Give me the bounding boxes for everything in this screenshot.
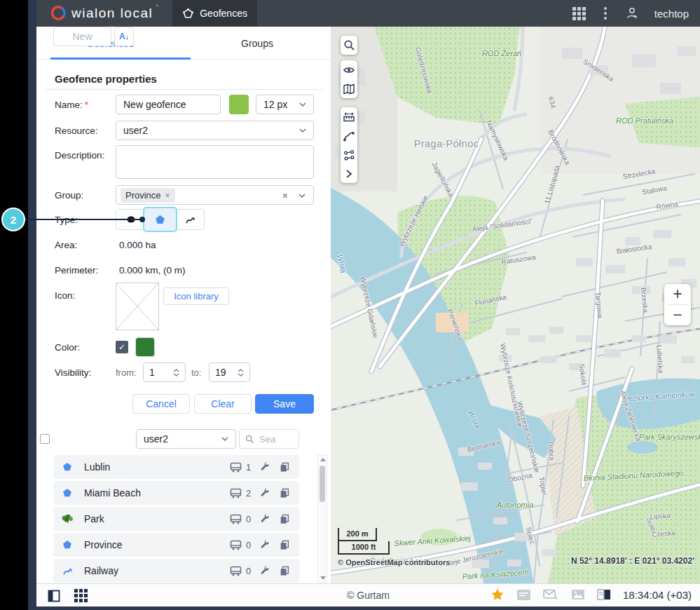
apps-grid-icon[interactable] [572, 7, 586, 20]
sort-button[interactable]: A↓ [114, 27, 134, 46]
nodes-button[interactable] [341, 145, 357, 164]
color-checkbox[interactable]: ✓ [116, 341, 128, 353]
edit-wrench-icon[interactable] [260, 488, 270, 498]
visibility-to-stepper[interactable]: 19 [209, 362, 250, 382]
copy-icon[interactable] [280, 514, 289, 524]
edit-wrench-icon[interactable] [260, 566, 270, 576]
copy-icon[interactable] [280, 462, 289, 472]
zoom-out-button[interactable]: − [664, 305, 691, 325]
type-polygon-button-selected[interactable] [143, 207, 177, 232]
copy-icon[interactable] [280, 488, 289, 498]
resource-label: Resource: [55, 126, 98, 136]
map-label: Brzeska [640, 287, 650, 313]
icon-library-button[interactable]: Icon library [163, 287, 229, 305]
map-search-button[interactable] [341, 36, 357, 55]
split-view-icon[interactable] [597, 589, 611, 600]
stepper-arrows-icon[interactable] [238, 369, 244, 377]
chevron-down-icon [221, 437, 228, 441]
list-item-park[interactable]: Park 0 [53, 507, 299, 531]
zoom-control: + − [664, 284, 691, 325]
map-label: Jeziorko Kamionkow [624, 389, 695, 402]
copy-icon[interactable] [280, 540, 289, 550]
font-size-dropdown[interactable]: 12 px [256, 95, 314, 114]
nodes-icon [343, 149, 355, 161]
map-label: 634 [547, 96, 557, 109]
annotation-pointer-line [25, 219, 143, 220]
from-label: from: [116, 367, 137, 378]
more-menu-icon[interactable] [601, 6, 610, 21]
cancel-button[interactable]: Cancel [132, 394, 190, 414]
list-scrollbar[interactable] [317, 455, 327, 583]
description-textarea[interactable] [116, 145, 314, 179]
name-label: Name:* [55, 100, 88, 110]
group-multiselect[interactable]: Province × × [116, 185, 314, 205]
to-label: to: [191, 367, 201, 378]
username[interactable]: techtop [654, 8, 689, 20]
scroll-up-icon[interactable] [320, 458, 326, 461]
resource-filter-dropdown[interactable]: user2 [136, 429, 236, 449]
color-swatch[interactable] [135, 337, 155, 357]
map-label: Floriańska [474, 293, 507, 307]
visibility-eye-button[interactable] [341, 60, 357, 79]
geofence-name: Railway [84, 565, 118, 576]
mail-send-icon[interactable] [543, 589, 559, 601]
map-label: Solec [524, 526, 536, 545]
stepper-arrows-icon[interactable] [173, 369, 179, 377]
map-source-button[interactable] [341, 79, 357, 98]
new-geofence-button[interactable]: New [53, 27, 111, 46]
map-label: Strzelecka [622, 168, 656, 181]
map-label: Błonia Stadionu Narodowego [584, 468, 684, 482]
perimeter-value: 0.000 km, (0 m) [119, 265, 186, 276]
save-button[interactable]: Save [255, 394, 314, 414]
map-label: Wybrzeże Szczecińskie [516, 400, 541, 473]
scroll-down-icon[interactable] [320, 576, 326, 580]
chip-remove-icon[interactable]: × [165, 191, 170, 201]
select-all-checkbox[interactable] [40, 434, 50, 444]
route-button[interactable] [341, 126, 357, 145]
map-label: Bródnowska [547, 128, 572, 166]
clock: 18:34:04 (+03) [623, 589, 692, 601]
list-item-province[interactable]: Province 0 [53, 533, 299, 557]
search-box[interactable] [239, 429, 299, 449]
scroll-thumb[interactable] [320, 466, 325, 502]
favorites-star-icon[interactable] [490, 588, 505, 602]
edit-wrench-icon[interactable] [260, 514, 270, 524]
zoom-in-button[interactable]: + [664, 284, 691, 304]
notice-board-icon[interactable] [516, 589, 531, 601]
map-labels: ROD ŻerańGolędzinowska634SmoleńskaROD Pr… [331, 27, 700, 583]
measure-ruler-button[interactable] [341, 107, 357, 126]
scale-imperial: 1000 ft [338, 541, 390, 555]
tab-groups[interactable]: Groups [184, 27, 331, 60]
icon-placeholder[interactable] [116, 283, 159, 330]
edit-wrench-icon[interactable] [260, 540, 270, 550]
image-icon[interactable] [571, 589, 585, 600]
map-label: Wisła [336, 254, 348, 274]
group-clear-icon[interactable]: × [282, 190, 288, 201]
map-layers-group [341, 60, 357, 98]
app-tab-label: Geofences [200, 8, 247, 19]
resource-dropdown[interactable]: user2 [116, 121, 314, 140]
user-icon[interactable] [625, 6, 639, 20]
map-label: Topiel [537, 476, 548, 496]
list-item-lublin[interactable]: Lublin 1 [53, 455, 299, 479]
copy-icon[interactable] [280, 566, 289, 576]
app-tab-geofences[interactable]: Geofences [172, 0, 257, 27]
type-line-button[interactable] [175, 209, 205, 230]
map-icon [343, 83, 355, 95]
polygon-geofence-icon [60, 488, 74, 498]
name-input[interactable] [116, 95, 221, 114]
visibility-from-stepper[interactable]: 1 [143, 362, 186, 382]
list-item-railway[interactable]: Railway 0 [53, 559, 299, 583]
eye-icon [343, 64, 355, 76]
search-input[interactable] [258, 433, 291, 445]
clear-button[interactable]: Clear [194, 394, 252, 414]
edit-wrench-icon[interactable] [260, 462, 270, 472]
expand-chevron-button[interactable] [341, 164, 357, 183]
line-type-icon [185, 215, 195, 224]
map-label: Wisła [467, 409, 482, 429]
units-inside-icon [230, 488, 242, 499]
list-item-miami-beach[interactable]: Miami Beach 2 [53, 481, 299, 505]
map-label: Czeska [652, 529, 675, 538]
map-label: Bednarska [466, 438, 500, 454]
name-color-swatch[interactable] [229, 95, 249, 114]
